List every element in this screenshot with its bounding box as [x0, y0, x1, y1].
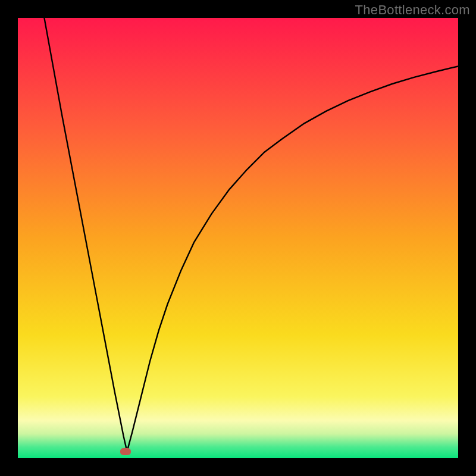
watermark-text: TheBottleneck.com [355, 2, 470, 18]
curve-left-branch [44, 18, 127, 452]
plot-area [18, 18, 458, 458]
minimum-marker [120, 448, 131, 455]
chart-frame: TheBottleneck.com [0, 0, 476, 476]
curve-layer [18, 18, 458, 458]
curve-right-branch [127, 66, 458, 452]
